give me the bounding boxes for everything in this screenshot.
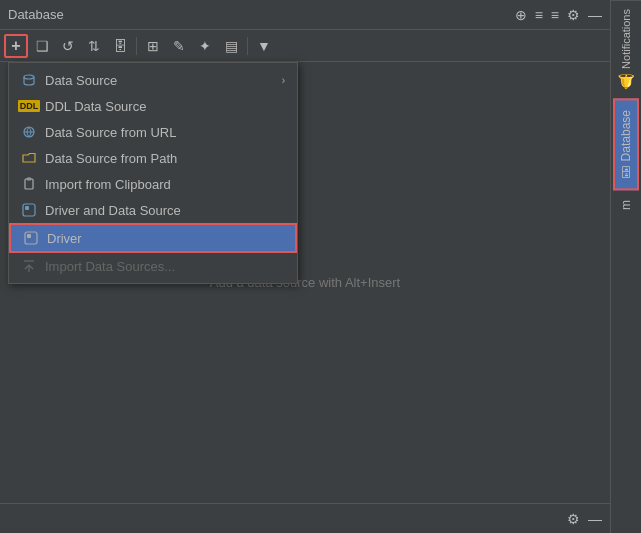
table-icon: ⊞ [147,38,159,54]
schema-button[interactable]: ⇅ [82,34,106,58]
refresh-icon: ↺ [62,38,74,54]
minimize-icon[interactable]: — [588,7,602,23]
panel-title: Database [8,7,64,22]
sidebar-tab-database[interactable]: 🗄 Database [613,98,639,190]
filter-icon: ▼ [257,38,271,54]
menu-item-data-source[interactable]: Data Source › [9,67,297,93]
edit-button[interactable]: ✎ [167,34,191,58]
bottom-gear-icon[interactable]: ⚙ [567,511,580,527]
table-button[interactable]: ⊞ [141,34,165,58]
import-clipboard-label: Import from Clipboard [45,177,285,192]
menu-item-import-clipboard[interactable]: Import from Clipboard [9,171,297,197]
database-tab-icon: 🗄 [619,165,633,178]
import-data-sources-label: Import Data Sources... [45,259,285,274]
copy-icon: ❑ [36,38,49,54]
svg-point-0 [24,75,34,79]
driver-data-source-label: Driver and Data Source [45,203,285,218]
ddl-data-source-label: DDL Data Source [45,99,285,114]
toolbar-separator [136,37,137,55]
notifications-tab[interactable]: 🔔 Notifications [611,0,641,98]
right-sidebar: 🔔 Notifications 🗄 Database m [610,0,641,533]
submenu-arrow: › [282,75,285,86]
db-button[interactable]: 🗄 [108,34,132,58]
bottom-minimize-icon[interactable]: — [588,511,602,527]
driver-label: Driver [47,231,283,246]
database-tab-label: Database [619,110,633,161]
globe-icon[interactable]: ⊕ [515,7,527,23]
console-icon: ▤ [225,38,238,54]
list1-icon[interactable]: ≡ [535,7,543,23]
toolbar: + ❑ ↺ ⇅ 🗄 ⊞ ✎ ✦ ▤ ▼ [0,30,610,62]
add-button[interactable]: + [4,34,28,58]
menu-item-import-data-sources[interactable]: Import Data Sources... [9,253,297,279]
svg-rect-5 [23,204,35,216]
menu-item-driver-data-source[interactable]: Driver and Data Source [9,197,297,223]
menu-item-data-source-url[interactable]: Data Source from URL [9,119,297,145]
sidebar-tab-maven[interactable]: m [615,190,637,220]
driver-ds-icon [21,202,37,218]
ddl-icon: DDL [21,98,37,114]
data-source-label: Data Source [45,73,274,88]
toolbar-separator-2 [247,37,248,55]
copy-button[interactable]: ❑ [30,34,54,58]
data-source-path-label: Data Source from Path [45,151,285,166]
dropdown-menu: Data Source › DDL DDL Data Source Data S… [8,62,298,284]
menu-item-driver[interactable]: Driver [9,223,297,253]
db-icon: 🗄 [113,38,127,54]
edit-icon: ✎ [173,38,185,54]
menu-item-data-source-path[interactable]: Data Source from Path [9,145,297,171]
bottom-bar: ⚙ — [0,503,610,533]
driver-icon [23,230,39,246]
data-source-icon [21,72,37,88]
data-source-url-label: Data Source from URL [45,125,285,140]
tool-button[interactable]: ✦ [193,34,217,58]
menu-item-ddl-data-source[interactable]: DDL DDL Data Source [9,93,297,119]
header-icons: ⊕ ≡ ≡ ⚙ — [515,7,602,23]
bell-icon: 🔔 [618,73,634,90]
svg-rect-8 [27,234,31,238]
list2-icon[interactable]: ≡ [551,7,559,23]
console-button[interactable]: ▤ [219,34,243,58]
gear-icon[interactable]: ⚙ [567,7,580,23]
notifications-label: Notifications [620,9,632,69]
maven-tab-label: m [619,200,633,210]
svg-rect-7 [25,232,37,244]
tool-icon: ✦ [199,38,211,54]
refresh-button[interactable]: ↺ [56,34,80,58]
clipboard-icon [21,176,37,192]
panel-header: Database ⊕ ≡ ≡ ⚙ — [0,0,610,30]
schema-icon: ⇅ [88,38,100,54]
url-icon [21,124,37,140]
import-icon [21,258,37,274]
plus-icon: + [11,37,20,55]
filter-button[interactable]: ▼ [252,34,276,58]
folder-icon [21,150,37,166]
svg-rect-6 [25,206,29,210]
